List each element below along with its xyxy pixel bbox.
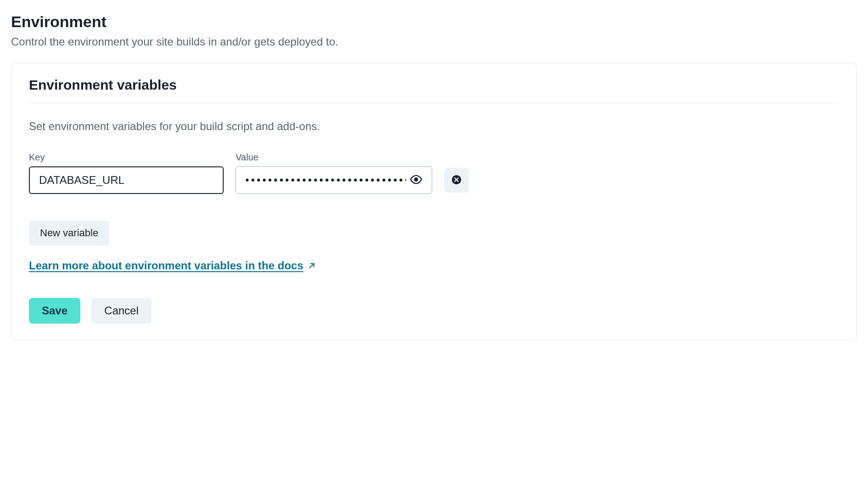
key-field-group: Key xyxy=(29,152,224,194)
card-description: Set environment variables for your build… xyxy=(29,120,839,133)
env-variables-card: Environment variables Set environment va… xyxy=(11,63,857,341)
new-variable-button[interactable]: New variable xyxy=(29,221,109,245)
svg-line-2 xyxy=(310,264,314,268)
page-title: Environment xyxy=(11,13,857,31)
card-title: Environment variables xyxy=(29,77,839,103)
variable-row: Key Value xyxy=(29,152,839,194)
value-input-wrapper xyxy=(236,166,432,194)
external-link-icon xyxy=(308,262,316,270)
docs-link[interactable]: Learn more about environment variables i… xyxy=(29,259,316,272)
value-field-group: Value xyxy=(236,152,432,194)
value-label: Value xyxy=(236,152,432,163)
eye-icon xyxy=(410,174,422,187)
action-buttons: Save Cancel xyxy=(29,298,839,324)
save-button[interactable]: Save xyxy=(29,298,80,324)
svg-point-0 xyxy=(415,178,418,181)
key-label: Key xyxy=(29,152,224,163)
page-subtitle: Control the environment your site builds… xyxy=(11,35,857,48)
x-circle-icon xyxy=(451,175,462,186)
toggle-visibility-button[interactable] xyxy=(408,172,424,189)
cancel-button[interactable]: Cancel xyxy=(91,298,152,324)
value-input[interactable] xyxy=(236,166,432,194)
key-input[interactable] xyxy=(29,166,224,194)
delete-variable-button[interactable] xyxy=(444,168,469,193)
docs-link-label: Learn more about environment variables i… xyxy=(29,259,303,272)
